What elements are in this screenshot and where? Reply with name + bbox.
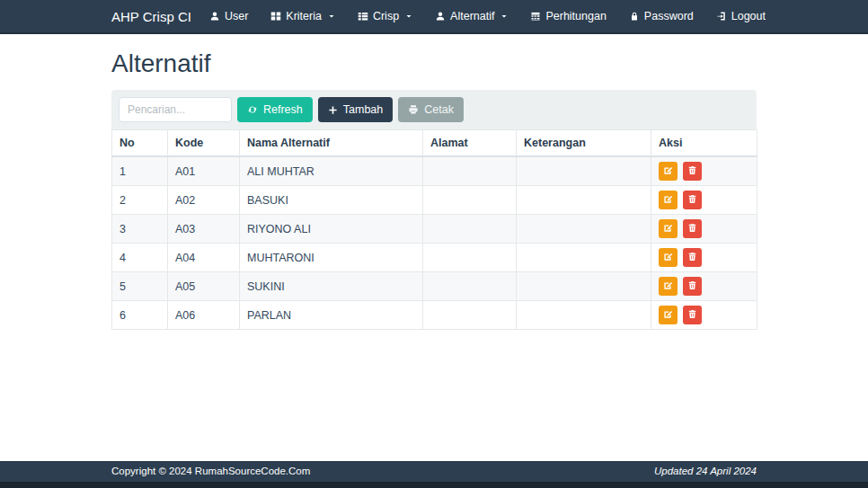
nav-item-label: Perhitungan [545, 10, 606, 22]
updated-text: Updated 24 April 2024 [654, 466, 757, 476]
copyright-text: Copyright © 2024 RumahSourceCode.Com [111, 466, 310, 476]
nav-item-label: Password [644, 10, 694, 22]
cell-keterangan [517, 272, 651, 301]
nav-item-label: User [225, 10, 248, 22]
lock-icon [629, 11, 640, 22]
nav-item-perhitungan[interactable]: Perhitungan [530, 10, 606, 22]
table-row: 2 A02 BASUKI [112, 186, 757, 215]
nav-item-logout[interactable]: Logout [716, 10, 766, 22]
delete-button[interactable] [683, 248, 702, 267]
cell-nama: RIYONO ALI [240, 215, 423, 244]
cell-nama: BASUKI [240, 186, 423, 215]
delete-button[interactable] [683, 306, 702, 324]
delete-button[interactable] [683, 162, 702, 181]
edit-icon [663, 164, 673, 178]
header-keterangan: Keterangan [517, 130, 651, 157]
trash-icon [687, 164, 697, 178]
page: AHP Crisp CI User Kriteria Crisp [0, 0, 868, 488]
cell-keterangan [517, 215, 651, 244]
cell-no: 2 [112, 186, 168, 215]
edit-button[interactable] [659, 219, 678, 238]
cell-keterangan [517, 186, 651, 215]
cell-aksi [651, 156, 757, 186]
table-row: 3 A03 RIYONO ALI [112, 215, 757, 244]
nav-item-crisp[interactable]: Crisp [358, 10, 412, 22]
cell-aksi [651, 244, 757, 272]
edit-icon [663, 279, 673, 293]
edit-icon [663, 222, 673, 235]
edit-button[interactable] [659, 277, 678, 296]
header-aksi: Aksi [651, 130, 757, 157]
cell-kode: A01 [168, 156, 240, 186]
trash-icon [687, 193, 697, 207]
cell-aksi [651, 272, 757, 301]
cell-no: 6 [112, 301, 168, 330]
table-row: 6 A06 PARLAN [112, 301, 757, 330]
nav-item-alternatif[interactable]: Alternatif [435, 10, 508, 22]
cell-kode: A03 [168, 215, 240, 244]
add-label: Tambah [343, 103, 383, 116]
cell-no: 4 [112, 244, 168, 272]
cell-no: 3 [112, 215, 168, 244]
cell-kode: A05 [168, 272, 240, 301]
user-icon [209, 11, 220, 22]
edit-icon [663, 308, 673, 322]
delete-button[interactable] [683, 277, 702, 296]
logout-icon [716, 11, 727, 22]
cell-no: 1 [112, 156, 168, 186]
cell-kode: A02 [168, 186, 240, 215]
nav-item-label: Crisp [373, 10, 399, 22]
edit-icon [663, 193, 673, 207]
edit-button[interactable] [659, 162, 678, 181]
user-icon [435, 11, 446, 22]
printer-icon [408, 104, 419, 115]
edit-button[interactable] [659, 306, 678, 324]
header-kode: Kode [168, 130, 240, 157]
edit-button[interactable] [659, 191, 678, 209]
print-button[interactable]: Cetak [398, 97, 464, 122]
alternatif-table: No Kode Nama Alternatif Alamat Keteranga… [111, 129, 757, 330]
cell-alamat [423, 244, 517, 272]
cell-alamat [423, 156, 517, 186]
search-input[interactable] [119, 97, 232, 122]
nav-menu: User Kriteria Crisp Alternatif [209, 10, 766, 22]
refresh-button[interactable]: Refresh [237, 97, 313, 122]
footer-strip [0, 482, 868, 488]
brand[interactable]: AHP Crisp CI [111, 9, 191, 24]
table-header-row: No Kode Nama Alternatif Alamat Keteranga… [112, 130, 757, 157]
cell-alamat [423, 272, 517, 301]
page-title: Alternatif [111, 49, 757, 78]
table-row: 1 A01 ALI MUHTAR [112, 156, 757, 186]
chevron-down-icon [500, 13, 508, 20]
nav-item-kriteria[interactable]: Kriteria [270, 10, 335, 22]
trash-icon [687, 279, 697, 293]
header-nama: Nama Alternatif [240, 130, 423, 157]
chevron-down-icon [328, 13, 335, 20]
refresh-label: Refresh [263, 103, 303, 116]
delete-button[interactable] [683, 191, 702, 209]
cell-alamat [423, 215, 517, 244]
edit-button[interactable] [659, 248, 678, 267]
nav-item-password[interactable]: Password [629, 10, 694, 22]
cell-keterangan [517, 244, 651, 272]
trash-icon [687, 251, 697, 264]
nav-item-label: Kriteria [286, 10, 322, 22]
add-button[interactable]: Tambah [318, 97, 393, 122]
table-row: 4 A04 MUHTARONI [112, 244, 757, 272]
footer: Copyright © 2024 RumahSourceCode.Com Upd… [0, 461, 868, 488]
nav-item-user[interactable]: User [209, 10, 248, 22]
navbar: AHP Crisp CI User Kriteria Crisp [0, 0, 868, 34]
table-row: 5 A05 SUKINI [112, 272, 757, 301]
trash-icon [687, 308, 697, 322]
cell-nama: PARLAN [240, 301, 423, 330]
cell-keterangan [517, 156, 651, 186]
delete-button[interactable] [683, 219, 702, 238]
cell-kode: A04 [168, 244, 240, 272]
cell-alamat [423, 186, 517, 215]
cell-aksi [651, 215, 757, 244]
toolbar: Refresh Tambah Cetak [111, 90, 757, 129]
cell-no: 5 [112, 272, 168, 301]
cell-aksi [651, 301, 757, 330]
cell-aksi [651, 186, 757, 215]
print-label: Cetak [424, 103, 454, 116]
